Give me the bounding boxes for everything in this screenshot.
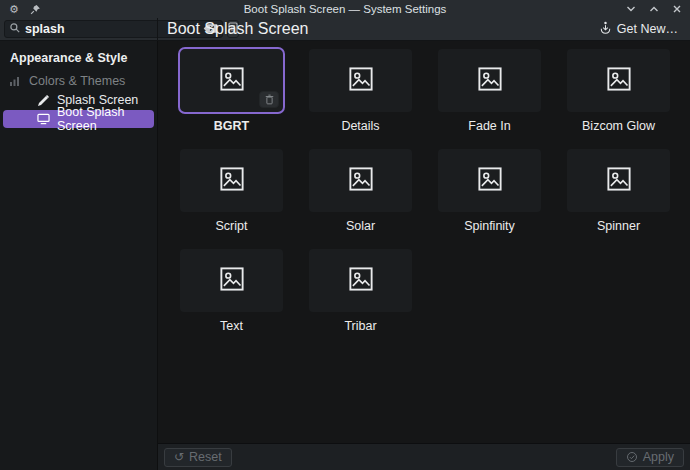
- theme-preview[interactable]: [438, 149, 541, 212]
- theme-label: Solar: [346, 219, 375, 233]
- undo-icon: ↺: [174, 451, 184, 463]
- reset-button[interactable]: ↺ Reset: [164, 448, 232, 467]
- theme-tile-text[interactable]: Text: [180, 249, 283, 333]
- page-title: Boot Splash Screen: [167, 20, 308, 38]
- gear-icon[interactable]: ⚙: [8, 3, 20, 15]
- theme-tile-solar[interactable]: Solar: [309, 149, 412, 233]
- maximize-icon[interactable]: [648, 4, 659, 15]
- theme-tile-script[interactable]: Script: [180, 149, 283, 233]
- download-icon: [599, 21, 612, 38]
- theme-preview[interactable]: [567, 149, 670, 212]
- theme-tile-spinfinity[interactable]: Spinfinity: [438, 149, 541, 233]
- image-placeholder-icon: [346, 164, 376, 198]
- theme-preview[interactable]: [180, 149, 283, 212]
- image-placeholder-icon: [475, 64, 505, 98]
- theme-preview[interactable]: [309, 49, 412, 112]
- theme-tile-bgrt[interactable]: BGRT: [180, 49, 283, 133]
- theme-tile-details[interactable]: Details: [309, 49, 412, 133]
- theme-tile-tribar[interactable]: Tribar: [309, 249, 412, 333]
- image-placeholder-icon: [604, 64, 634, 98]
- theme-label: Spinner: [597, 219, 640, 233]
- titlebar: ⚙ Boot Splash Screen — System Settings: [0, 0, 690, 18]
- image-placeholder-icon: [604, 164, 634, 198]
- sidebar-item-label: Boot Splash Screen: [57, 105, 149, 133]
- theme-preview[interactable]: [567, 49, 670, 112]
- image-placeholder-icon: [346, 64, 376, 98]
- system-settings-window: ⚙ Boot Splash Screen — System Settings: [0, 0, 690, 470]
- image-placeholder-icon: [346, 264, 376, 298]
- window-title: Boot Splash Screen — System Settings: [0, 3, 690, 15]
- image-placeholder-icon: [217, 164, 247, 198]
- apply-button[interactable]: Apply: [616, 448, 684, 467]
- theme-label: Fade In: [468, 119, 510, 133]
- sidebar: Appearance & Style Colors & Themes Splas…: [0, 41, 157, 470]
- top-band: Boot Splash Screen Get New…: [0, 18, 690, 41]
- pin-icon[interactable]: [29, 3, 41, 15]
- image-placeholder-icon: [475, 164, 505, 198]
- sidebar-section-header: Appearance & Style: [0, 47, 157, 71]
- delete-theme-button[interactable]: [259, 91, 279, 108]
- theme-label: Text: [220, 319, 243, 333]
- theme-tile-bizcom-glow[interactable]: Bizcom Glow: [567, 49, 670, 133]
- theme-preview[interactable]: [309, 249, 412, 312]
- theme-label: Spinfinity: [464, 219, 515, 233]
- footer-bar: ↺ Reset Apply: [158, 443, 690, 470]
- minimize-icon[interactable]: [625, 4, 636, 15]
- reset-label: Reset: [189, 450, 222, 464]
- sidebar-item-boot-splash-screen[interactable]: Boot Splash Screen: [3, 110, 154, 128]
- sidebar-item-label: Colors & Themes: [29, 74, 125, 88]
- theme-label: Bizcom Glow: [582, 119, 655, 133]
- sidebar-item-colors-themes: Colors & Themes: [3, 72, 154, 90]
- image-placeholder-icon: [217, 64, 247, 98]
- get-new-button[interactable]: Get New…: [595, 19, 682, 40]
- theme-label: BGRT: [214, 119, 249, 133]
- apply-check-icon: [626, 451, 638, 463]
- theme-grid: BGRT Details: [158, 41, 690, 443]
- image-placeholder-icon: [217, 264, 247, 298]
- theme-label: Script: [216, 219, 248, 233]
- theme-label: Tribar: [344, 319, 376, 333]
- brush-icon: [36, 93, 50, 107]
- theme-label: Details: [341, 119, 379, 133]
- theme-preview[interactable]: [309, 149, 412, 212]
- theme-tile-spinner[interactable]: Spinner: [567, 149, 670, 233]
- colors-themes-icon: [8, 74, 22, 88]
- theme-preview[interactable]: [438, 49, 541, 112]
- apply-label: Apply: [643, 450, 674, 464]
- theme-preview[interactable]: [180, 49, 283, 112]
- close-icon[interactable]: [671, 4, 682, 15]
- theme-preview[interactable]: [180, 249, 283, 312]
- search-icon: [9, 20, 21, 38]
- trash-icon: [265, 91, 274, 109]
- monitor-icon: [36, 112, 50, 126]
- get-new-label: Get New…: [617, 22, 678, 36]
- theme-tile-fade-in[interactable]: Fade In: [438, 49, 541, 133]
